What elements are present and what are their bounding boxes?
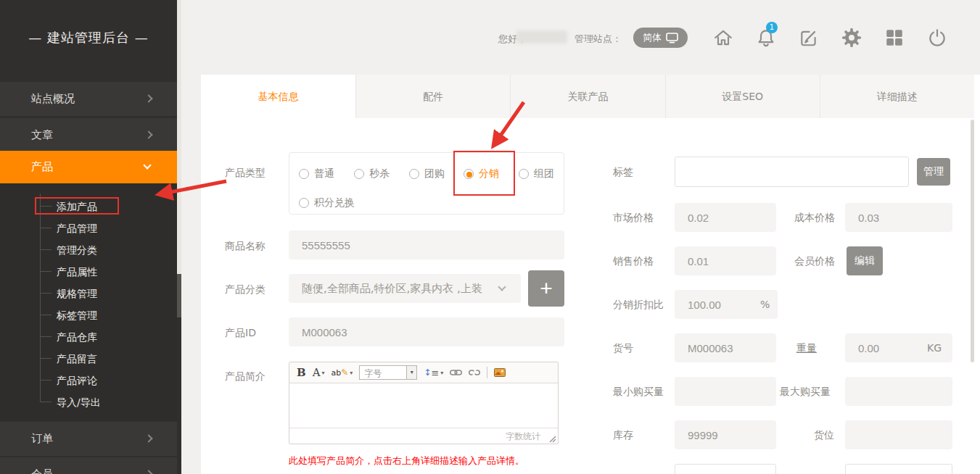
font-size-value: 字号 bbox=[359, 365, 407, 380]
submenu-reviews[interactable]: 产品评论 bbox=[57, 370, 97, 391]
radio-circle bbox=[299, 169, 309, 179]
cost-price-label: 成本价格 bbox=[794, 212, 835, 225]
language-label: 简体 bbox=[643, 31, 662, 44]
highlight-letters: ab bbox=[332, 368, 342, 378]
sidebar-scrollbar-track[interactable] bbox=[177, 0, 181, 317]
sidebar-item-members[interactable]: 会员 bbox=[0, 457, 177, 474]
member-price-label: 会员价格 bbox=[794, 255, 835, 268]
product-name-input[interactable] bbox=[289, 230, 564, 259]
resize-grip-icon[interactable] bbox=[548, 435, 556, 443]
tree-tick bbox=[40, 249, 52, 250]
apps-grid-icon[interactable] bbox=[884, 28, 905, 48]
font-size-select[interactable]: 字号 ▾ bbox=[359, 365, 417, 380]
tag-manage-button[interactable]: 管理 bbox=[917, 158, 950, 186]
product-category-select[interactable]: 随便,全部商品,特价区,家具内衣 ,上装 bbox=[289, 274, 521, 303]
radio-circle bbox=[464, 169, 474, 179]
stock-input[interactable] bbox=[675, 420, 776, 449]
sidebar-item-site-overview[interactable]: 站点概况 bbox=[0, 82, 177, 116]
sidebar-item-label: 会员 bbox=[31, 467, 53, 474]
bold-icon[interactable]: B bbox=[297, 366, 306, 379]
power-icon[interactable] bbox=[927, 28, 947, 48]
monitor-icon bbox=[666, 33, 678, 43]
max-qty-input[interactable] bbox=[845, 377, 952, 406]
chevron-right-icon bbox=[144, 94, 152, 102]
link-icon[interactable] bbox=[450, 369, 462, 376]
market-price-input[interactable] bbox=[675, 203, 776, 232]
tab-related-products[interactable]: 关联产品 bbox=[510, 75, 664, 118]
submenu-category[interactable]: 管理分类 bbox=[57, 239, 97, 261]
submenu-specs[interactable]: 规格管理 bbox=[57, 283, 97, 304]
weight-label: 重量 bbox=[796, 342, 817, 355]
min-qty-input[interactable] bbox=[675, 377, 776, 406]
toolbar-separator bbox=[487, 367, 487, 378]
line-height-icon[interactable]: ↕≡▾ bbox=[424, 367, 443, 378]
tree-tick bbox=[40, 315, 52, 315]
item-no-input[interactable] bbox=[675, 333, 776, 362]
radio-label: 组团 bbox=[534, 167, 554, 180]
edit-icon[interactable] bbox=[799, 28, 819, 48]
cost-price-input[interactable] bbox=[845, 203, 952, 232]
editor-body[interactable] bbox=[289, 383, 558, 428]
product-id-input[interactable] bbox=[289, 317, 564, 346]
submenu-attributes[interactable]: 产品属性 bbox=[57, 261, 97, 283]
tag-input[interactable] bbox=[675, 157, 909, 187]
member-price-edit-button[interactable]: 编辑 bbox=[847, 246, 883, 275]
min-qty-label: 最小购买量 bbox=[613, 386, 664, 399]
add-category-button[interactable]: + bbox=[528, 270, 564, 307]
image-icon[interactable] bbox=[494, 368, 506, 377]
radio-team[interactable]: 组团 bbox=[519, 167, 554, 180]
extra-input-right[interactable] bbox=[845, 464, 952, 474]
item-no-label: 货号 bbox=[613, 342, 633, 355]
highlight-icon[interactable]: ab✎▾ bbox=[332, 367, 353, 378]
submenu-add-product[interactable]: 添加产品 bbox=[57, 196, 97, 217]
sale-price-input[interactable] bbox=[675, 246, 776, 275]
language-button[interactable]: 简体 bbox=[633, 28, 688, 48]
chevron-down-icon bbox=[143, 161, 151, 169]
unlink-icon[interactable] bbox=[469, 368, 480, 377]
product-type-label: 产品类型 bbox=[225, 167, 265, 180]
sidebar-item-label: 产品 bbox=[31, 160, 53, 173]
tree-tick bbox=[40, 228, 52, 228]
sidebar-scrollbar-thumb[interactable] bbox=[177, 274, 181, 317]
tree-tick bbox=[40, 293, 52, 294]
radio-distribution[interactable]: 分销 bbox=[464, 167, 499, 180]
product-type-group: 普通 秒杀 团购 分销 组团 积分兑换 bbox=[289, 152, 564, 215]
max-qty-label: 最大购买量 bbox=[780, 386, 831, 399]
product-intro-label: 产品简介 bbox=[225, 370, 265, 383]
chevron-right-icon bbox=[144, 434, 152, 442]
font-color-icon[interactable]: A▾ bbox=[313, 366, 325, 379]
extra-input-left[interactable] bbox=[675, 464, 776, 474]
word-count-label: 字数统计 bbox=[506, 431, 540, 441]
product-name-label: 商品名称 bbox=[225, 240, 265, 253]
tab-seo[interactable]: 设置SEO bbox=[665, 75, 820, 118]
radio-points-exchange[interactable]: 积分兑换 bbox=[299, 196, 355, 209]
chevron-right-icon bbox=[144, 130, 152, 138]
chevron-down-icon bbox=[498, 283, 506, 291]
chevron-right-icon bbox=[144, 470, 152, 474]
submenu-import-export[interactable]: 导入/导出 bbox=[57, 391, 101, 413]
sidebar-item-articles[interactable]: 文章 bbox=[0, 118, 177, 152]
submenu-warehouse[interactable]: 产品仓库 bbox=[57, 326, 97, 348]
tab-detail-desc[interactable]: 详细描述 bbox=[820, 75, 974, 118]
content-scrollbar-thumb[interactable] bbox=[971, 120, 974, 362]
radio-flash-sale[interactable]: 秒杀 bbox=[354, 167, 390, 180]
submenu-tags[interactable]: 标签管理 bbox=[57, 304, 97, 326]
gear-icon[interactable] bbox=[841, 28, 862, 48]
radio-circle bbox=[299, 198, 309, 208]
tree-tick bbox=[40, 271, 52, 272]
home-icon[interactable] bbox=[713, 28, 733, 48]
submenu-messages[interactable]: 产品留言 bbox=[57, 348, 97, 370]
tab-basic-info[interactable]: 基本信息 bbox=[201, 75, 355, 118]
product-id-label: 产品ID bbox=[225, 327, 256, 340]
location-input[interactable] bbox=[845, 420, 952, 449]
tree-tick bbox=[40, 336, 52, 337]
sidebar-item-products[interactable]: 产品 bbox=[0, 151, 177, 183]
caret-down-icon: ▾ bbox=[322, 370, 325, 376]
caret-down-icon[interactable]: ▾ bbox=[407, 365, 417, 380]
sidebar-item-orders[interactable]: 订单 bbox=[0, 422, 177, 456]
sale-price-label: 销售价格 bbox=[613, 255, 654, 268]
tab-accessories[interactable]: 配件 bbox=[355, 75, 510, 118]
radio-normal[interactable]: 普通 bbox=[299, 167, 334, 180]
radio-group-buy[interactable]: 团购 bbox=[409, 167, 445, 180]
submenu-product-manage[interactable]: 产品管理 bbox=[57, 217, 97, 239]
